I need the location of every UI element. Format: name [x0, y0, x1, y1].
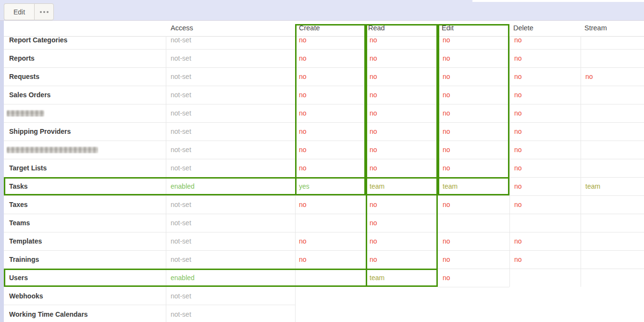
table-row: Usersenabledteamno: [0, 269, 644, 287]
entity-name: Taxes: [9, 195, 28, 214]
delete-value: no: [514, 141, 522, 159]
entity-name: Report Categories: [9, 36, 67, 49]
entity-name: Reports: [9, 49, 35, 67]
table-row: Tasksenabledyesteamteamnoteam: [0, 177, 644, 195]
top-white-strip: [472, 0, 644, 2]
access-value: not-set: [171, 214, 191, 232]
read-value: no: [370, 250, 377, 269]
access-value: enabled: [171, 177, 195, 195]
edit-value: no: [443, 86, 450, 104]
access-value: not-set: [171, 195, 191, 214]
access-value: enabled: [171, 269, 195, 287]
read-value: no: [370, 232, 377, 250]
create-value: no: [299, 49, 307, 67]
create-value: no: [299, 86, 307, 104]
table-row: Shipping Providersnot-setnononono: [0, 122, 644, 141]
read-value: no: [370, 195, 377, 214]
table-body: Report Categoriesnot-setnonononoReportsn…: [0, 36, 644, 322]
delete-value: no: [514, 122, 522, 141]
table-row: Target Listsnot-setnononono: [0, 159, 644, 177]
delete-value: no: [514, 250, 522, 269]
table-row: Reportsnot-setnononono: [0, 49, 644, 67]
entity-name: Trainings: [9, 250, 39, 269]
table-row: Trainingsnot-setnononono: [0, 250, 644, 269]
table-row: not-setnononono: [0, 104, 644, 122]
edit-button-group: Edit: [4, 3, 54, 20]
delete-value: no: [514, 67, 522, 86]
create-value: no: [299, 36, 307, 49]
table-row: not-setnononono: [0, 141, 644, 159]
edit-value: no: [443, 232, 450, 250]
edit-value: team: [443, 177, 458, 195]
entity-name: Tasks: [9, 177, 28, 195]
access-value: not-set: [171, 49, 191, 67]
read-value: no: [370, 86, 377, 104]
table-row: Templatesnot-setnononono: [0, 232, 644, 250]
edit-value: no: [443, 141, 450, 159]
access-value: not-set: [171, 305, 191, 322]
read-value: no: [370, 141, 377, 159]
read-value: team: [370, 177, 384, 195]
ellipsis-icon: [40, 11, 49, 13]
delete-value: no: [514, 159, 522, 177]
access-value: not-set: [171, 36, 191, 49]
create-value: no: [299, 195, 307, 214]
create-value: no: [299, 67, 307, 86]
read-value: no: [370, 122, 377, 141]
entity-name: Templates: [9, 232, 42, 250]
create-value: no: [299, 122, 307, 141]
read-value: no: [370, 159, 377, 177]
read-value: no: [370, 214, 377, 232]
delete-value: no: [514, 49, 522, 67]
create-value: yes: [299, 177, 310, 195]
access-value: not-set: [171, 159, 191, 177]
access-value: not-set: [171, 86, 191, 104]
edit-value: no: [443, 104, 450, 122]
access-value: not-set: [171, 104, 191, 122]
delete-value: no: [514, 177, 522, 195]
read-value: no: [370, 104, 377, 122]
create-value: no: [299, 232, 307, 250]
entity-name: Users: [9, 269, 28, 287]
access-value: not-set: [171, 250, 191, 269]
read-value: no: [370, 49, 377, 67]
delete-value: no: [514, 232, 522, 250]
read-value: no: [370, 67, 377, 86]
column-header-delete: Delete: [513, 21, 533, 36]
edit-value: no: [443, 250, 450, 269]
read-value: no: [370, 36, 377, 49]
entity-name: Working Time Calendars: [9, 305, 88, 322]
more-actions-button[interactable]: [34, 3, 54, 20]
stream-value: no: [585, 67, 593, 86]
column-header-create: Create: [299, 21, 320, 36]
edit-value: no: [443, 159, 450, 177]
edit-value: no: [443, 269, 450, 287]
stream-value: team: [585, 177, 600, 195]
entity-name: Sales Orders: [9, 86, 50, 104]
delete-value: no: [514, 104, 522, 122]
entity-name: Shipping Providers: [9, 122, 71, 141]
access-value: not-set: [171, 141, 191, 159]
entity-name: Requests: [9, 67, 39, 86]
column-header-edit: Edit: [442, 21, 454, 36]
entity-name: Target Lists: [9, 159, 47, 177]
table-row: Teamsnot-setno: [0, 214, 644, 232]
table-row: Working Time Calendarsnot-set: [0, 305, 644, 322]
entity-name: Teams: [9, 214, 30, 232]
edit-value: no: [443, 67, 450, 86]
create-value: no: [299, 250, 307, 269]
entity-name: Webhooks: [9, 287, 43, 305]
edit-value: no: [443, 195, 450, 214]
delete-value: no: [514, 86, 522, 104]
toolbar: Edit: [0, 0, 644, 21]
column-header-stream: Stream: [584, 21, 607, 36]
access-value: not-set: [171, 232, 191, 250]
delete-value: no: [514, 195, 522, 214]
table-row: Sales Ordersnot-setnononono: [0, 86, 644, 104]
create-value: no: [299, 104, 307, 122]
edit-value: no: [443, 49, 450, 67]
edit-button[interactable]: Edit: [4, 3, 34, 20]
column-header-access: Access: [171, 21, 193, 36]
access-value: not-set: [171, 122, 191, 141]
table-row: Report Categoriesnot-setnononono: [0, 36, 644, 49]
